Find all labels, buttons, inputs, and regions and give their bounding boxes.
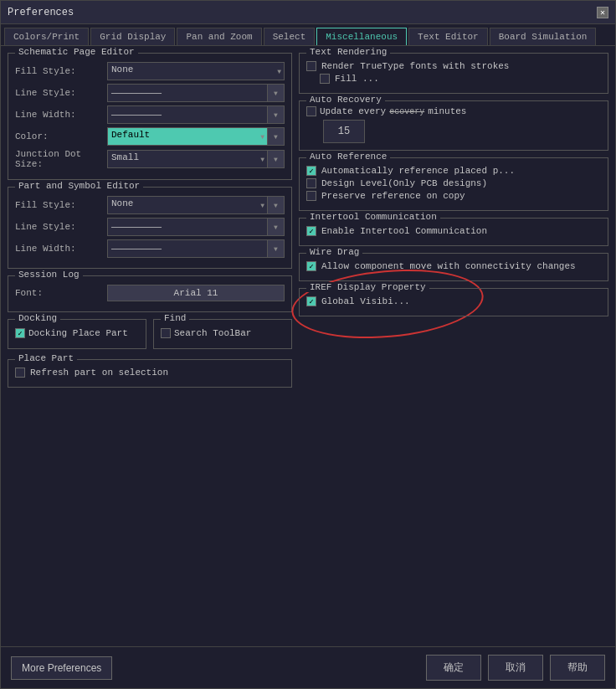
action-buttons: 确定 取消 帮助 bbox=[426, 655, 605, 681]
auto-ref-checkbox-3[interactable] bbox=[306, 191, 316, 201]
cancel-button[interactable]: 取消 bbox=[488, 655, 543, 681]
text-rendering-checkbox-1[interactable] bbox=[306, 61, 316, 71]
auto-recovery-update-label: Update every bbox=[320, 106, 386, 116]
junction-label: Junction Dot Size: bbox=[15, 149, 107, 169]
iref-display-title: IREF Display Property bbox=[306, 282, 429, 292]
docking-item-1: Docking Place Part bbox=[15, 328, 139, 338]
fill-style-select[interactable]: None bbox=[107, 62, 285, 80]
schematic-page-editor-group: Schematic Page Editor Fill Style: None L… bbox=[8, 53, 292, 180]
docking-checkbox-1[interactable] bbox=[15, 328, 25, 338]
tab-colors[interactable]: Colors/Print bbox=[4, 28, 89, 45]
ps-line-style-display[interactable] bbox=[107, 218, 268, 236]
ps-line-width-arrow[interactable]: ▼ bbox=[268, 239, 285, 258]
find-title: Find bbox=[161, 313, 189, 323]
title-bar: Preferences ✕ bbox=[1, 1, 615, 24]
window-title: Preferences bbox=[8, 7, 74, 18]
text-rendering-item-2: Fill ... bbox=[320, 74, 601, 84]
text-rendering-label-1: Render TrueType fonts with strokes bbox=[321, 61, 509, 71]
ps-line-style-row: Line Style: ▼ bbox=[15, 218, 285, 236]
find-group: Find Search ToolBar bbox=[153, 319, 292, 349]
place-part-group: Place Part Refresh part on selection bbox=[8, 359, 292, 388]
text-rendering-group: Text Rendering Render TrueType fonts wit… bbox=[299, 53, 608, 94]
junction-select-wrapper: Small bbox=[107, 150, 268, 168]
intertool-title: Intertool Communication bbox=[306, 212, 440, 222]
tab-select[interactable]: Select bbox=[264, 28, 316, 45]
fill-style-row: Fill Style: None bbox=[15, 62, 285, 80]
auto-ref-checkbox-1[interactable] bbox=[306, 166, 316, 176]
schematic-page-editor-title: Schematic Page Editor bbox=[15, 47, 138, 57]
line-style-display[interactable] bbox=[107, 84, 268, 102]
line-style-label: Line Style: bbox=[15, 88, 107, 98]
part-symbol-editor-title: Part and Symbol Editor bbox=[15, 181, 143, 191]
tab-panzoom[interactable]: Pan and Zoom bbox=[177, 28, 261, 45]
close-button[interactable]: ✕ bbox=[597, 7, 608, 18]
auto-recovery-title: Auto Recovery bbox=[306, 95, 385, 105]
iref-display-label-1: Global Visibi... bbox=[321, 296, 410, 306]
tab-grid[interactable]: Grid Display bbox=[90, 28, 175, 45]
find-item-1: Search ToolBar bbox=[161, 328, 285, 338]
tab-board[interactable]: Board Simulation bbox=[490, 28, 597, 45]
line-width-display[interactable] bbox=[107, 105, 268, 124]
wire-drag-title: Wire Drag bbox=[306, 247, 362, 257]
main-area: Schematic Page Editor Fill Style: None L… bbox=[8, 53, 608, 640]
ok-button[interactable]: 确定 bbox=[426, 655, 481, 681]
line-width-arrow[interactable]: ▼ bbox=[268, 105, 285, 124]
auto-ref-item-2: Design Level(Only PCB designs) bbox=[306, 178, 601, 188]
ps-line-style-label: Line Style: bbox=[15, 222, 107, 232]
font-display[interactable]: Arial 11 bbox=[107, 285, 285, 301]
place-part-checkbox-1[interactable] bbox=[15, 368, 25, 378]
line-style-row: Line Style: ▼ bbox=[15, 84, 285, 102]
line-width-label: Line Width: bbox=[15, 110, 107, 120]
color-row: Color: Default ▼ bbox=[15, 127, 285, 146]
place-part-title: Place Part bbox=[15, 353, 77, 363]
intertool-checkbox-1[interactable] bbox=[306, 226, 316, 236]
find-label-1: Search ToolBar bbox=[174, 328, 251, 338]
auto-ref-item-3: Preserve reference on copy bbox=[306, 191, 601, 201]
auto-recovery-checkbox[interactable] bbox=[306, 106, 316, 116]
auto-ref-checkbox-2[interactable] bbox=[306, 178, 316, 188]
intertool-group: Intertool Communication Enable Intertool… bbox=[299, 218, 608, 246]
part-symbol-editor-group: Part and Symbol Editor Fill Style: None … bbox=[8, 187, 292, 269]
color-arrow[interactable]: ▼ bbox=[268, 127, 285, 146]
auto-ref-label-2: Design Level(Only PCB designs) bbox=[321, 178, 487, 188]
wire-drag-label-1: Allow component move with connectivity c… bbox=[321, 261, 576, 271]
left-panel: Schematic Page Editor Fill Style: None L… bbox=[8, 53, 292, 640]
auto-ref-item-1: Automatically reference placed p... bbox=[306, 166, 601, 176]
color-select[interactable]: Default bbox=[107, 127, 268, 146]
junction-arrow[interactable]: ▼ bbox=[268, 150, 285, 168]
auto-recovery-ecovery-label: ecovery bbox=[389, 107, 424, 116]
auto-recovery-minutes-label: minutes bbox=[428, 106, 466, 116]
tab-misc[interactable]: Miscellaneous bbox=[316, 28, 407, 45]
auto-recovery-value[interactable]: 15 bbox=[323, 120, 365, 143]
docking-find-row: Docking Docking Place Part Find Search T… bbox=[8, 319, 292, 349]
ps-fill-style-row: Fill Style: None ▼ bbox=[15, 196, 285, 214]
line-style-arrow[interactable]: ▼ bbox=[268, 84, 285, 102]
more-preferences-button[interactable]: More Preferences bbox=[11, 656, 112, 680]
find-checkbox-1[interactable] bbox=[161, 328, 171, 338]
ps-fill-style-select[interactable]: None bbox=[107, 196, 268, 214]
ps-line-width-label: Line Width: bbox=[15, 244, 107, 254]
auto-recovery-group: Auto Recovery Update every ecovery minut… bbox=[299, 100, 608, 151]
fill-style-label: Fill Style: bbox=[15, 66, 107, 76]
auto-ref-label-3: Preserve reference on copy bbox=[321, 191, 465, 201]
docking-title: Docking bbox=[15, 313, 60, 323]
wire-drag-checkbox-1[interactable] bbox=[306, 261, 316, 271]
color-label: Color: bbox=[15, 131, 107, 141]
place-part-item-1: Refresh part on selection bbox=[15, 368, 285, 378]
color-select-wrapper: Default bbox=[107, 127, 268, 146]
iref-display-checkbox-1[interactable] bbox=[306, 296, 316, 306]
auto-reference-group: Auto Reference Automatically reference p… bbox=[299, 157, 608, 211]
wire-drag-item-1: Allow component move with connectivity c… bbox=[306, 261, 601, 271]
text-rendering-item-1: Render TrueType fonts with strokes bbox=[306, 61, 601, 71]
auto-reference-title: Auto Reference bbox=[306, 152, 390, 162]
text-rendering-checkbox-2[interactable] bbox=[320, 74, 330, 84]
ps-line-style-arrow[interactable]: ▼ bbox=[268, 218, 285, 236]
tab-text[interactable]: Text Editor bbox=[408, 28, 488, 45]
junction-select[interactable]: Small bbox=[107, 150, 268, 168]
bottom-bar: More Preferences 确定 取消 帮助 bbox=[1, 646, 615, 688]
help-button[interactable]: 帮助 bbox=[550, 655, 605, 681]
ps-fill-style-arrow[interactable]: ▼ bbox=[268, 196, 285, 214]
ps-line-width-display[interactable] bbox=[107, 239, 268, 258]
tab-bar: Colors/Print Grid Display Pan and Zoom S… bbox=[1, 24, 615, 46]
ps-fill-style-wrapper: None bbox=[107, 196, 268, 214]
